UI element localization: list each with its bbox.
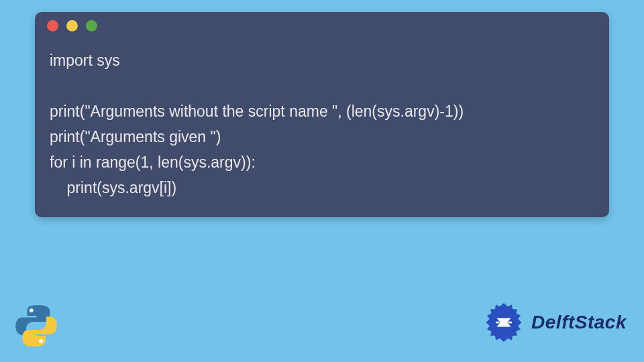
svg-rect-6 [508,322,512,324]
window-title-bar [35,12,609,39]
svg-rect-5 [496,322,499,324]
code-line: print("Arguments without the script name… [50,103,464,120]
svg-point-1 [39,339,43,343]
svg-point-0 [30,308,34,312]
brand-name: DelftStack [531,312,627,333]
code-line: print(sys.argv[i]) [50,179,176,196]
code-line: print("Arguments given ") [50,128,221,145]
code-body: import sys print("Arguments without the … [35,39,609,217]
delftstack-brand: DelftStack [482,300,627,345]
code-line: import sys [50,52,120,69]
code-window: import sys print("Arguments without the … [35,12,609,217]
minimize-dot-icon [66,20,78,32]
maximize-dot-icon [86,20,97,32]
code-line: for i in range(1, len(sys.argv)): [50,154,256,171]
close-dot-icon [47,20,58,32]
delftstack-logo-icon [482,300,526,345]
python-logo-icon [12,302,60,350]
